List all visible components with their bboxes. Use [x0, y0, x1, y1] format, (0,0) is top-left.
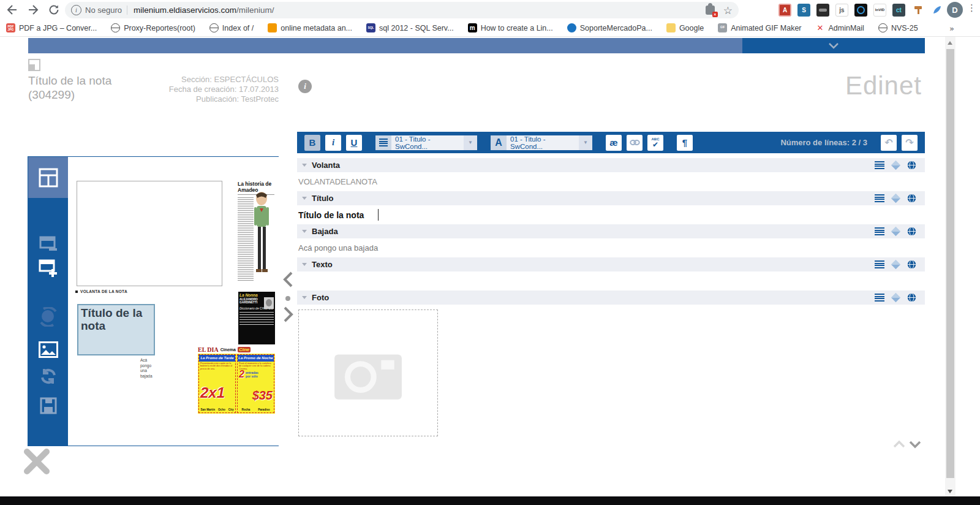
special-characters-button[interactable]: æ [606, 135, 622, 151]
reorder-icon[interactable] [875, 294, 884, 302]
extension-acrobat-icon[interactable]: A [778, 4, 791, 17]
pager-dot[interactable] [285, 296, 290, 301]
extension-feather-icon[interactable] [930, 4, 943, 17]
bookmark-star-icon[interactable]: ☆ [723, 4, 733, 17]
pilcrow-button[interactable]: ¶ [677, 135, 693, 151]
collapse-chevron-icon[interactable] [302, 296, 307, 299]
volanta-field[interactable]: VOLANTADELANOTA [297, 172, 925, 191]
chevron-down-icon[interactable] [828, 43, 839, 49]
section-header-texto[interactable]: Texto [297, 257, 925, 271]
extension-robot-icon[interactable] [816, 4, 829, 17]
reorder-icon[interactable] [875, 227, 884, 235]
bookmark-how-to-create[interactable]: mHow to create a Lin... [468, 23, 553, 32]
undo-button[interactable]: ↶ [881, 135, 897, 151]
preview-title-highlighted[interactable]: Título de la nota [77, 304, 155, 355]
reorder-icon[interactable] [875, 260, 884, 268]
back-icon[interactable] [5, 2, 20, 17]
scroll-up-arrow[interactable] [948, 41, 952, 45]
sidebar-refresh-button[interactable] [28, 365, 68, 387]
url-path[interactable]: /milenium/ [236, 6, 274, 15]
spellcheck-button[interactable]: ABC✔ [647, 135, 663, 151]
address-bar[interactable]: i No seguro milenium.eldiaservicios.com … [65, 2, 739, 18]
globe-icon[interactable] [907, 161, 916, 170]
refresh-icon[interactable] [47, 2, 61, 17]
extension-js-icon[interactable]: js [835, 4, 848, 17]
bookmark-pdf-a-jpg[interactable]: PDFJPGPDF a JPG – Conver... [6, 23, 97, 32]
titulo-field[interactable]: Título de la nota [297, 205, 925, 224]
globe-icon[interactable] [907, 194, 916, 203]
photo-dropzone[interactable] [298, 309, 438, 436]
reorder-icon[interactable] [875, 161, 884, 169]
globe-icon[interactable] [907, 293, 916, 302]
redo-button[interactable]: ↷ [902, 135, 918, 151]
collapse-chevron-icon[interactable] [302, 197, 307, 200]
browser-menu-icon[interactable]: ⋮ [967, 2, 976, 13]
collapse-chevron-icon[interactable] [302, 164, 307, 167]
note-info-icon[interactable]: i [298, 80, 312, 93]
next-page-chevron[interactable] [282, 306, 293, 322]
sidebar-publish-web-button[interactable] [28, 305, 68, 328]
prev-page-chevron[interactable] [282, 271, 293, 287]
close-icon[interactable] [23, 448, 50, 475]
newspaper-preview[interactable]: La historia de Amadeo VOLANTA DE LA NOTA… [68, 157, 279, 446]
actor-photo [264, 297, 274, 309]
bookmark-proxy-reportes[interactable]: Proxy-Reportes(root) [111, 23, 195, 32]
italic-button[interactable]: i [325, 135, 341, 151]
section-header-volanta[interactable]: Volanta [297, 158, 925, 172]
extension-invid-icon[interactable]: InVID [873, 4, 886, 17]
page-scrollbar[interactable] [945, 37, 956, 498]
forward-icon[interactable] [26, 2, 40, 17]
underline-button[interactable]: U [346, 135, 362, 151]
profile-avatar[interactable]: D [947, 2, 963, 18]
bookmark-nvs-25[interactable]: NVS-25 [878, 23, 918, 32]
bookmark-online-metadata[interactable]: online metadata an... [268, 23, 352, 32]
character-style-select[interactable]: A 01 - Titulo - SwCond... ▼ [491, 135, 592, 150]
section-header-titulo[interactable]: Título [297, 191, 925, 205]
security-label[interactable]: No seguro [85, 6, 122, 15]
extension-scribd-icon[interactable]: S [797, 4, 810, 17]
texto-field[interactable] [297, 271, 925, 290]
bookmark-index-of[interactable]: Index of / [209, 23, 254, 32]
promo-entradas: entradaspor sólo [246, 371, 258, 378]
scroll-down-arrow[interactable] [948, 490, 952, 493]
sidebar-add-window-button[interactable] [28, 257, 68, 280]
bookmark-adminmail[interactable]: ✕AdminMail [816, 23, 864, 32]
sidebar-save-button[interactable] [28, 395, 68, 417]
scrollbar-thumb[interactable] [946, 49, 954, 478]
link-button[interactable] [627, 135, 643, 151]
layers-icon[interactable] [891, 161, 901, 170]
collapse-panel-bar[interactable] [742, 38, 925, 53]
globe-icon[interactable] [907, 260, 916, 269]
bookmark-animated-gif-maker[interactable]: GIFAnimated GIF Maker [718, 23, 801, 32]
nav-up-chevron[interactable] [893, 440, 905, 449]
reorder-icon[interactable] [875, 194, 884, 202]
bajada-field[interactable]: Acá pongo una bajada [297, 238, 925, 257]
globe-icon[interactable] [907, 227, 916, 236]
section-header-bajada[interactable]: Bajada [297, 224, 925, 238]
bookmark-sql-2012[interactable]: SQLsql 2012 - SQL Serv... [366, 23, 454, 32]
dropdown-arrow-icon[interactable]: ▼ [579, 135, 592, 150]
extension-ct-icon[interactable]: ct [892, 4, 905, 17]
url-domain[interactable]: milenium.eldiaservicios.com [134, 6, 236, 15]
extension-puzzle-icon[interactable]: × [706, 6, 715, 15]
bookmarks-overflow-chevron[interactable]: » [949, 20, 954, 37]
layers-icon[interactable] [891, 194, 901, 203]
sidebar-layout-button[interactable] [28, 157, 68, 198]
section-header-foto[interactable]: Foto [297, 290, 925, 305]
collapse-chevron-icon[interactable] [302, 230, 307, 233]
info-icon[interactable]: i [71, 5, 81, 15]
bookmark-google-folder[interactable]: Google [666, 23, 704, 32]
bookmark-soporte-mercadopago[interactable]: SoporteMercadoPa... [567, 23, 652, 32]
layers-icon[interactable] [891, 227, 901, 237]
bold-button[interactable]: B [304, 135, 320, 151]
layers-icon[interactable] [891, 293, 901, 303]
dropdown-arrow-icon[interactable]: ▼ [464, 135, 477, 150]
sidebar-remove-window-button[interactable] [28, 234, 68, 254]
sidebar-image-button[interactable] [28, 338, 68, 360]
paragraph-style-select[interactable]: 01 - Titulo - SwCond... ▼ [375, 135, 477, 150]
layers-icon[interactable] [891, 260, 901, 270]
nav-down-chevron[interactable] [909, 440, 921, 449]
collapse-chevron-icon[interactable] [302, 263, 307, 266]
extension-crosshair-icon[interactable] [854, 4, 867, 17]
extension-hammer-icon[interactable] [911, 4, 924, 17]
